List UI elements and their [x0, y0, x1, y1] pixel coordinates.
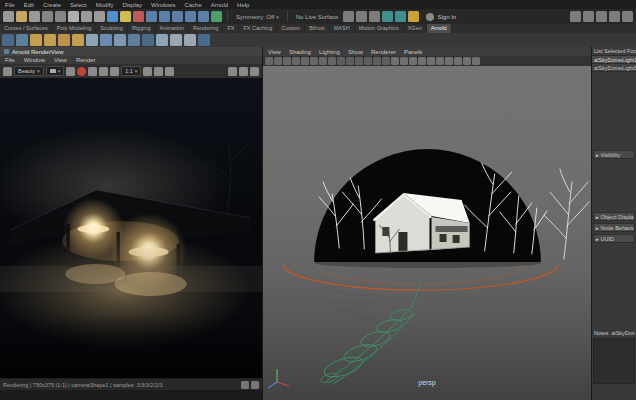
shelftab-rendering[interactable]: Rendering	[189, 24, 223, 33]
snapshot-icon[interactable]	[3, 67, 12, 76]
bookmark-icon[interactable]	[292, 57, 300, 65]
shelftab-fx[interactable]: FX	[223, 24, 239, 33]
arnold-about-icon[interactable]	[198, 34, 210, 46]
menu-panels[interactable]: Panels	[404, 49, 422, 55]
arnold-ipr-icon[interactable]	[16, 34, 28, 46]
gate-mask-icon[interactable]	[355, 57, 363, 65]
curve-collector-icon[interactable]	[156, 34, 168, 46]
menu-render[interactable]: Render	[76, 57, 96, 63]
menu-edit[interactable]: Edit	[24, 2, 34, 8]
display-settings-icon[interactable]	[239, 67, 248, 76]
physical-sky-icon[interactable]	[100, 34, 112, 46]
select-camera-icon[interactable]	[265, 57, 273, 65]
render-settings-gear-icon[interactable]	[250, 67, 259, 76]
input-connections-icon[interactable]	[343, 11, 354, 22]
new-scene-icon[interactable]	[3, 11, 14, 22]
shelftab-motion-graphics[interactable]: Motion Graphics	[355, 24, 404, 33]
textured-icon[interactable]	[409, 57, 417, 65]
snap-grid-icon[interactable]	[146, 11, 157, 22]
menu-cache[interactable]: Cache	[184, 2, 201, 8]
save-scene-icon[interactable]	[29, 11, 40, 22]
debug-shading-icon[interactable]	[228, 67, 237, 76]
sign-in-button[interactable]: Sign In	[426, 13, 456, 21]
symmetry-selector[interactable]: Symmetry: Off	[233, 14, 282, 20]
paint-select-icon[interactable]	[94, 11, 105, 22]
construction-history-icon[interactable]	[369, 11, 380, 22]
redo-icon[interactable]	[55, 11, 66, 22]
zoom-reset-icon[interactable]	[154, 67, 163, 76]
snap-projected-center-icon[interactable]	[185, 11, 196, 22]
smooth-shade-icon[interactable]	[400, 57, 408, 65]
image-plane-icon[interactable]	[301, 57, 309, 65]
snap-point-icon[interactable]	[172, 11, 183, 22]
camera-selector[interactable]	[46, 66, 65, 76]
menu-renderer[interactable]: Renderer	[371, 49, 396, 55]
snapshot-store-icon[interactable]	[241, 381, 249, 389]
scale-tool-icon[interactable]	[133, 11, 144, 22]
shadows-icon[interactable]	[427, 57, 435, 65]
shelftab-poly-modeling[interactable]: Poly Modeling	[53, 24, 97, 33]
tool-settings-icon[interactable]	[596, 11, 607, 22]
menu-lighting[interactable]: Lighting	[319, 49, 340, 55]
shelftab-bifrost[interactable]: Bifrost	[305, 24, 330, 33]
shelftab-arnold[interactable]: Arnold	[427, 24, 452, 33]
menu-view[interactable]: View	[268, 49, 281, 55]
resolution-gate-icon[interactable]	[346, 57, 354, 65]
xray-icon[interactable]	[463, 57, 471, 65]
shelftab-fx-caching[interactable]: FX Caching	[239, 24, 277, 33]
use-all-lights-icon[interactable]	[418, 57, 426, 65]
fit-view-icon[interactable]	[143, 67, 152, 76]
photometric-light-icon[interactable]	[72, 34, 84, 46]
ae-tab-ai-skydome-light[interactable]: aiSkyDomeLight1	[592, 56, 636, 64]
menu-window[interactable]: Window	[24, 57, 45, 63]
attribute-editor-toggle-icon[interactable]	[609, 11, 620, 22]
light-portal-icon[interactable]	[86, 34, 98, 46]
safe-title-icon[interactable]	[382, 57, 390, 65]
zoom-selector[interactable]: 1:1	[121, 66, 141, 76]
refresh-render-icon[interactable]	[88, 67, 97, 76]
live-surface-selector[interactable]: No Live Surface	[293, 14, 342, 20]
atmosphere-volume-icon[interactable]	[114, 34, 126, 46]
make-live-icon[interactable]	[211, 11, 222, 22]
shelftab-sculpting[interactable]: Sculpting	[96, 24, 128, 33]
camera-attributes-icon[interactable]	[283, 57, 291, 65]
volume-icon[interactable]	[142, 34, 154, 46]
undo-icon[interactable]	[42, 11, 53, 22]
2d-pan-zoom-icon[interactable]	[310, 57, 318, 65]
renderview-titlebar[interactable]: Arnold RenderView	[0, 47, 262, 56]
grease-pencil-icon[interactable]	[319, 57, 327, 65]
menu-view[interactable]: View	[54, 57, 67, 63]
standin-icon[interactable]	[128, 34, 140, 46]
field-chart-icon[interactable]	[364, 57, 372, 65]
grid-toggle-icon[interactable]	[328, 57, 336, 65]
tx-manager-icon[interactable]	[184, 34, 196, 46]
shelftab-xgen[interactable]: XGen	[404, 24, 427, 33]
ipr-render-icon[interactable]	[395, 11, 406, 22]
shelftab-curves-surfaces[interactable]: Curves / Surfaces	[0, 24, 53, 33]
shelftab-custom[interactable]: Custom	[277, 24, 305, 33]
menu-display[interactable]: Display	[122, 2, 142, 8]
open-scene-icon[interactable]	[16, 11, 27, 22]
safe-action-icon[interactable]	[373, 57, 381, 65]
output-connections-icon[interactable]	[356, 11, 367, 22]
shelftab-rigging[interactable]: Rigging	[128, 24, 156, 33]
region-render-icon[interactable]	[66, 67, 75, 76]
render-frame-icon[interactable]	[382, 11, 393, 22]
flush-texture-cache-icon[interactable]	[170, 34, 182, 46]
outliner-toggle-icon[interactable]	[570, 11, 581, 22]
menu-arnold[interactable]: Arnold	[211, 2, 228, 8]
menu-show[interactable]: Show	[348, 49, 363, 55]
shelftab-animation[interactable]: Animation	[156, 24, 189, 33]
ae-section-object-display[interactable]: Object Display	[593, 212, 635, 221]
menu-file[interactable]: File	[5, 2, 15, 8]
shelftab-mash[interactable]: MASH	[330, 24, 355, 33]
arnold-render-icon[interactable]	[2, 34, 14, 46]
menu-modify[interactable]: Modify	[96, 2, 114, 8]
abort-render-icon[interactable]	[77, 67, 86, 76]
channel-box-toggle-icon[interactable]	[622, 11, 633, 22]
area-light-icon[interactable]	[44, 34, 56, 46]
lock-camera-icon[interactable]	[274, 57, 282, 65]
skydome-light-icon[interactable]	[30, 34, 42, 46]
mesh-light-icon[interactable]	[58, 34, 70, 46]
modeling-toolkit-icon[interactable]	[583, 11, 594, 22]
